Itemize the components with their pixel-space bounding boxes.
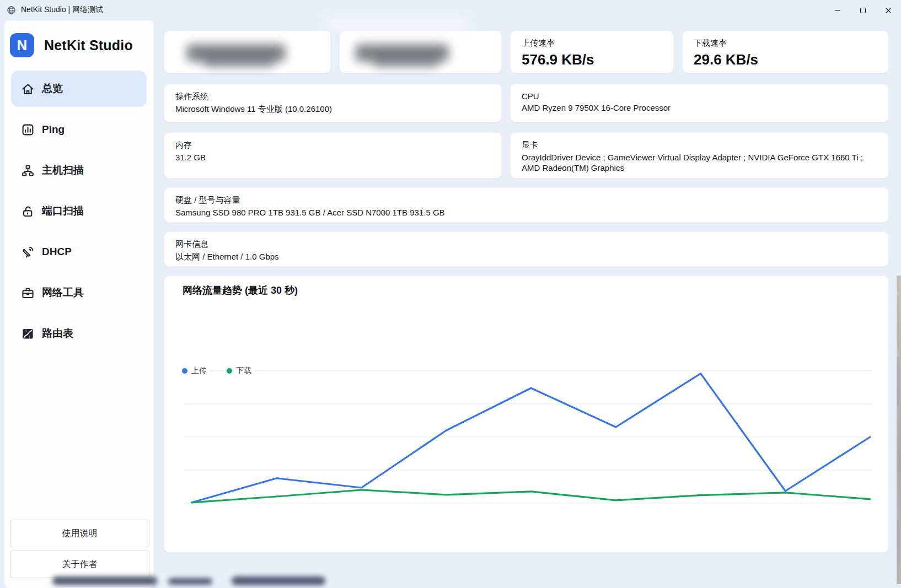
cpu-value: AMD Ryzen 9 7950X 16-Core Processor [522, 103, 877, 113]
minimize-icon [834, 7, 841, 14]
app-window: NetKit Studio | 网络测试 N NetKit Studio [0, 0, 901, 588]
globe-app-icon [7, 6, 16, 15]
route-map-icon [21, 327, 35, 341]
gpu-label: 显卡 [522, 140, 877, 150]
upload-speed-label: 上传速率 [522, 38, 662, 48]
close-button[interactable] [876, 0, 901, 20]
os-value: Microsoft Windows 11 专业版 (10.0.26100) [175, 104, 490, 114]
usage-help-button[interactable]: 使用说明 [10, 520, 149, 547]
sidebar-item-label: 总览 [42, 82, 63, 96]
sidebar-item-host-scan[interactable]: 主机扫描 [11, 152, 147, 188]
ram-info-card: 内存 31.2 GB [164, 132, 502, 179]
download-speed-label: 下载速率 [694, 38, 877, 48]
upload-legend-label: 上传 [191, 366, 207, 376]
sidebar-item-label: 路由表 [42, 326, 73, 341]
gpu-value: OrayIddDriver Device ; GameViewer Virtua… [522, 152, 877, 173]
cpu-info-card: CPU AMD Ryzen 9 7950X 16-Core Processor [510, 84, 889, 122]
blurred-watermark [232, 576, 325, 585]
nic-label: 网卡信息 [175, 239, 877, 250]
nic-info-card: 网卡信息 以太网 / Ethernet / 1.0 Gbps [164, 231, 889, 267]
ram-value: 31.2 GB [175, 152, 490, 163]
os-label: 操作系统 [175, 91, 490, 102]
redacted-stat-card-2 [339, 30, 502, 73]
chart-legend: 上传 下载 [179, 365, 255, 376]
about-author-button[interactable]: 关于作者 [10, 551, 149, 578]
bar-chart-icon [21, 123, 35, 137]
ram-label: 内存 [175, 140, 490, 150]
download-speed-value: 29.6 KB/s [694, 51, 877, 68]
sidebar-item-label: Ping [42, 123, 65, 136]
disk-label: 硬盘 / 型号与容量 [175, 195, 877, 206]
download-legend-label: 下载 [236, 366, 251, 376]
sidebar-item-label: 网络工具 [42, 285, 84, 300]
sidebar-item-port-scan[interactable]: 端口扫描 [11, 193, 147, 229]
sidebar-item-label: 端口扫描 [42, 204, 84, 218]
blurred-text-redaction [373, 55, 439, 67]
sidebar-item-dhcp[interactable]: DHCP [11, 234, 147, 270]
gpu-info-card: 显卡 OrayIddDriver Device ; GameViewer Vir… [510, 132, 889, 179]
legend-item-upload[interactable]: 上传 [179, 365, 210, 376]
sidebar-item-label: DHCP [42, 246, 72, 258]
os-info-card: 操作系统 Microsoft Windows 11 专业版 (10.0.2610… [164, 84, 502, 122]
blurred-watermark [168, 578, 212, 585]
sidebar-item-network-tools[interactable]: 网络工具 [11, 274, 147, 311]
sidebar-item-label: 主机扫描 [42, 163, 84, 177]
window-title: NetKit Studio | 网络测试 [21, 5, 103, 15]
upload-legend-dot [182, 368, 187, 374]
app-logo: N [10, 33, 34, 57]
briefcase-icon [21, 286, 35, 300]
minimize-button[interactable] [825, 0, 850, 20]
home-icon [21, 82, 35, 96]
download-legend-dot [227, 368, 232, 374]
close-icon [885, 7, 892, 14]
cpu-label: CPU [522, 91, 877, 101]
nic-value: 以太网 / Ethernet / 1.0 Gbps [175, 251, 877, 262]
redacted-stat-card-1 [164, 30, 331, 73]
upload-speed-value: 576.9 KB/s [522, 51, 662, 68]
traffic-line-chart [164, 276, 889, 553]
blurred-background-smear [325, 17, 469, 30]
sidebar-item-ping[interactable]: Ping [11, 111, 147, 148]
disk-value: Samsung SSD 980 PRO 1TB 931.5 GB / Acer … [175, 207, 877, 218]
legend-item-download[interactable]: 下载 [223, 365, 255, 376]
blurred-watermark [52, 576, 157, 585]
maximize-icon [860, 7, 866, 14]
sidebar-item-overview[interactable]: 总览 [11, 71, 147, 107]
sidebar-nav: 总览 Ping 主机扫 [11, 71, 147, 356]
sidebar-item-route-table[interactable]: 路由表 [11, 315, 147, 352]
download-speed-card: 下载速率 29.6 KB/s [682, 30, 889, 73]
network-nodes-icon [21, 164, 35, 177]
open-lock-icon [21, 204, 35, 218]
app-name: NetKit Studio [44, 37, 133, 53]
sidebar: N NetKit Studio 总览 Ping [4, 20, 153, 588]
blurred-text-redaction [203, 55, 275, 67]
disk-info-card: 硬盘 / 型号与容量 Samsung SSD 980 PRO 1TB 931.5… [164, 187, 889, 223]
satellite-dish-icon [21, 245, 35, 259]
screen-edge-artifact [897, 276, 901, 584]
maximize-button[interactable] [850, 0, 876, 20]
traffic-chart-card: 网络流量趋势 (最近 30 秒) 上传 下载 [164, 276, 889, 553]
upload-speed-card: 上传速率 576.9 KB/s [510, 30, 674, 73]
